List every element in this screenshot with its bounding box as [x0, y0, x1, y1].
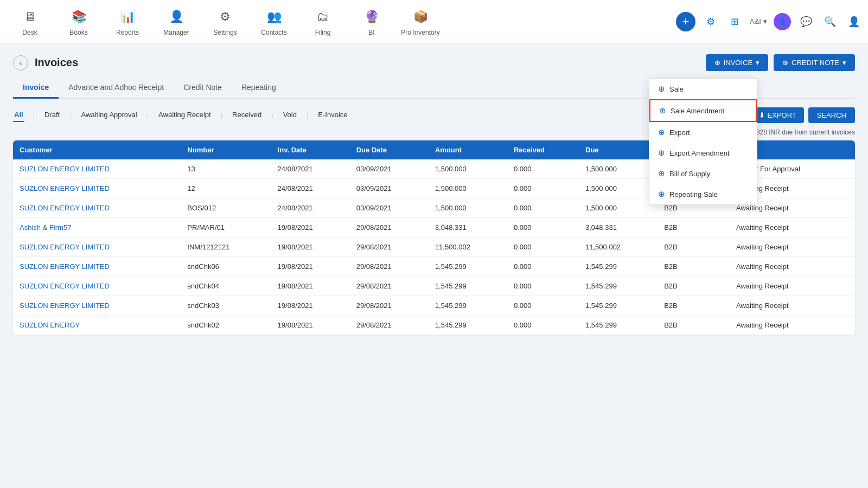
dropdown-sale-amendment[interactable]: ⊕ Sale Amendment: [649, 99, 757, 122]
nav-desk[interactable]: 🖥 Desk: [5, 0, 54, 43]
apps-icon[interactable]: ⊞: [726, 13, 743, 30]
cell-inv-date: 19/08/2021: [271, 296, 350, 316]
nav-pro-inventory[interactable]: 📦 Pro Inventory: [396, 0, 445, 43]
nav-items: 🖥 Desk 📚 Books 📊 Reports 👤 Manager ⚙ Set…: [5, 0, 676, 43]
cell-received: 0.000: [507, 179, 579, 198]
cell-due: 11,500.002: [579, 237, 658, 257]
cell-due-date: 29/08/2021: [350, 218, 429, 237]
table-row: SUZLON ENERGY LIMITED sndChk04 19/08/202…: [13, 277, 855, 296]
dropdown-sale[interactable]: ⊕ Sale: [649, 79, 757, 99]
filter-received[interactable]: Received: [231, 108, 263, 122]
cell-due-date: 29/08/2021: [350, 316, 429, 335]
filter-awaiting-receipt[interactable]: Awaiting Receipt: [157, 108, 212, 122]
filing-icon: 🗂: [313, 7, 333, 27]
cell-due: 1,545.299: [579, 316, 658, 335]
filter-draft[interactable]: Draft: [43, 108, 61, 122]
cell-number: PR/MAR/01: [181, 218, 271, 237]
nav-filing[interactable]: 🗂 Filing: [298, 0, 347, 43]
manager-icon: 👤: [167, 7, 186, 27]
cell-number: sndChk04: [181, 277, 271, 296]
tab-credit-note[interactable]: Credit Note: [174, 78, 232, 99]
customer-link[interactable]: SUZLON ENERGY: [20, 321, 80, 329]
back-arrow-icon: ‹: [20, 59, 22, 67]
gear-icon[interactable]: ⚙: [702, 13, 719, 30]
nav-settings[interactable]: ⚙ Settings: [201, 0, 250, 43]
nav-books[interactable]: 📚 Books: [54, 0, 103, 43]
cell-due-date: 03/09/2021: [350, 198, 429, 218]
table-row: SUZLON ENERGY LIMITED INM/1212121 19/08/…: [13, 237, 855, 257]
customer-link[interactable]: SUZLON ENERGY LIMITED: [20, 243, 110, 251]
header-actions: ⊕ INVOICE ▾ ⊕ Sale ⊕ Sale Amendment ⊕ Ex…: [706, 54, 855, 71]
cell-due: 1,500.000: [579, 179, 658, 198]
cell-due-date: 03/09/2021: [350, 159, 429, 179]
cell-due-date: 29/08/2021: [350, 296, 429, 316]
add-button[interactable]: +: [676, 12, 695, 31]
customer-link[interactable]: SUZLON ENERGY LIMITED: [20, 204, 110, 212]
cell-status: Awaiting Receipt: [730, 257, 855, 277]
cell-customer[interactable]: SUZLON ENERGY LIMITED: [13, 179, 181, 198]
export-amendment-plus-icon: ⊕: [658, 148, 665, 158]
cell-customer[interactable]: SUZLON ENERGY LIMITED: [13, 296, 181, 316]
tab-invoice[interactable]: Invoice: [13, 78, 59, 99]
nav-contacts[interactable]: 👥 Contacts: [250, 0, 298, 43]
user-menu-button[interactable]: A&I ▾: [750, 17, 767, 25]
table-row: SUZLON ENERGY sndChk02 19/08/2021 29/08/…: [13, 316, 855, 335]
cell-inv-date: 19/08/2021: [271, 257, 350, 277]
filter-awaiting-approval[interactable]: Awaiting Approval: [80, 108, 138, 122]
cell-customer[interactable]: SUZLON ENERGY LIMITED: [13, 159, 181, 179]
user-label: A&I: [750, 17, 761, 25]
col-inv-date: Inv. Date: [271, 140, 350, 159]
invoice-button[interactable]: ⊕ INVOICE ▾: [706, 54, 768, 71]
cell-amount: 11,500.002: [429, 237, 507, 257]
back-button[interactable]: ‹: [13, 55, 28, 70]
nav-right: + ⚙ ⊞ A&I ▾ 👤 💬 🔍 👤: [676, 12, 863, 31]
customer-link[interactable]: SUZLON ENERGY LIMITED: [20, 282, 110, 290]
invoice-dropdown-menu: ⊕ Sale ⊕ Sale Amendment ⊕ Export ⊕ Expor…: [649, 78, 757, 205]
dropdown-export[interactable]: ⊕ Export: [649, 122, 757, 143]
cell-customer[interactable]: SUZLON ENERGY LIMITED: [13, 198, 181, 218]
tab-advance[interactable]: Advance and Adhoc Receipt: [59, 78, 174, 99]
dropdown-repeating-sale[interactable]: ⊕ Repeating Sale: [649, 184, 757, 204]
page-header: ‹ Invoices ⊕ INVOICE ▾ ⊕ Sale ⊕ Sale Ame…: [13, 54, 855, 71]
nav-reports[interactable]: 📊 Reports: [103, 0, 152, 43]
export-button[interactable]: ⬇ EXPORT: [751, 107, 804, 123]
cell-customer[interactable]: Ashish & Firm57: [13, 218, 181, 237]
customer-link[interactable]: SUZLON ENERGY LIMITED: [20, 165, 110, 173]
cell-doc-type: B2B: [658, 218, 730, 237]
cell-inv-date: 19/08/2021: [271, 316, 350, 335]
col-received: Received: [507, 140, 579, 159]
dropdown-export-amendment[interactable]: ⊕ Export Amendment: [649, 143, 757, 163]
cell-status: Awaiting Receipt: [730, 316, 855, 335]
cell-number: sndChk06: [181, 257, 271, 277]
nav-manager[interactable]: 👤 Manager: [152, 0, 201, 43]
credit-note-button[interactable]: ⊕ CREDIT NOTE ▾: [774, 54, 855, 71]
customer-link[interactable]: Ashish & Firm57: [20, 223, 71, 232]
cell-customer[interactable]: SUZLON ENERGY LIMITED: [13, 277, 181, 296]
cell-customer[interactable]: SUZLON ENERGY LIMITED: [13, 237, 181, 257]
nav-bi[interactable]: 🔮 BI: [347, 0, 396, 43]
filter-all[interactable]: All: [13, 108, 24, 122]
customer-link[interactable]: SUZLON ENERGY LIMITED: [20, 184, 110, 192]
cell-customer[interactable]: SUZLON ENERGY LIMITED: [13, 257, 181, 277]
credit-note-plus-icon: ⊕: [782, 59, 788, 67]
profile-icon[interactable]: 👤: [845, 13, 863, 30]
dropdown-bill-of-supply[interactable]: ⊕ Bill of Supply: [649, 163, 757, 184]
customer-link[interactable]: SUZLON ENERGY LIMITED: [20, 262, 110, 271]
cell-amount: 1,545.299: [429, 277, 507, 296]
customer-link[interactable]: SUZLON ENERGY LIMITED: [20, 301, 110, 310]
cell-received: 0.000: [507, 296, 579, 316]
cell-amount: 1,545.299: [429, 316, 507, 335]
col-number: Number: [181, 140, 271, 159]
cell-due: 1,545.299: [579, 257, 658, 277]
filter-void[interactable]: Void: [282, 108, 298, 122]
tab-repeating[interactable]: Repeating: [232, 78, 286, 99]
cell-inv-date: 24/08/2021: [271, 179, 350, 198]
cell-due: 1,545.299: [579, 296, 658, 316]
nav-books-label: Books: [69, 29, 87, 36]
cell-customer[interactable]: SUZLON ENERGY: [13, 316, 181, 335]
search-icon[interactable]: 🔍: [821, 13, 839, 30]
search-button[interactable]: SEARCH: [808, 107, 855, 123]
cell-amount: 3,048.331: [429, 218, 507, 237]
notification-icon[interactable]: 💬: [797, 13, 815, 30]
filter-e-invoice[interactable]: E-Invoice: [317, 108, 348, 122]
